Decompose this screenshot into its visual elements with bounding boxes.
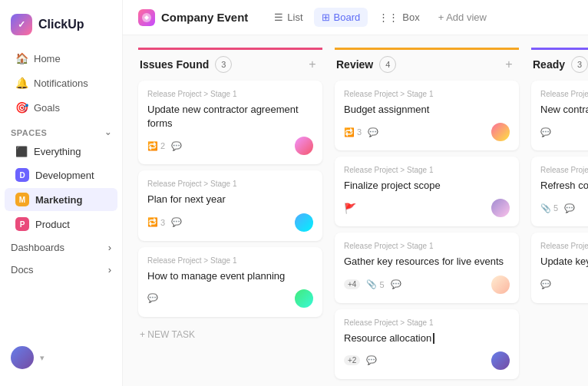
card-title: Finalize project scope [344, 179, 510, 193]
card-resource-allocation[interactable]: Release Project > Stage 1 Resource alloc… [335, 309, 519, 379]
issues-add-button[interactable]: + [304, 56, 321, 73]
column-title-review: Review 4 [336, 56, 396, 73]
comment-icon: 💬 [564, 203, 575, 213]
column-header-review: Review 4 + [335, 48, 519, 81]
card-finalize-scope[interactable]: Release Project > Stage 1 Finalize proje… [335, 157, 519, 226]
card-breadcrumb: Release Project > Stage 1 [147, 180, 313, 188]
card-meta: 🔁 2 💬 [147, 141, 182, 151]
card-plan-next-year[interactable]: Release Project > Stage 1 Plan for next … [138, 170, 322, 240]
sidebar-bottom: ▾ [0, 338, 122, 377]
task-icon: 🔁 [147, 141, 158, 151]
goals-icon: 🎯 [15, 101, 28, 114]
review-add-button[interactable]: + [500, 56, 517, 73]
card-footer: 🔁 2 💬 [147, 137, 313, 155]
comment-icon: 💬 [540, 279, 551, 289]
docs-label: Docs [11, 264, 34, 275]
card-footer: +2 💬 [344, 351, 510, 370]
comment-icon: 💬 [540, 127, 551, 137]
review-count-badge: 4 [379, 56, 396, 73]
comment-icon: 💬 [366, 355, 377, 365]
tab-box[interactable]: ⋮⋮ Box [371, 8, 427, 27]
avatar [491, 275, 510, 294]
sidebar-item-home[interactable]: 🏠 Home [5, 47, 117, 70]
app-name: ClickUp [38, 18, 84, 31]
sidebar-logo[interactable]: ✓ ClickUp [0, 9, 122, 46]
list-icon: ☰ [274, 12, 283, 23]
attach-count: 📎 5 [366, 279, 384, 289]
avatar [295, 137, 313, 155]
product-space-icon: P [15, 217, 29, 231]
card-breadcrumb: Release Project > Stage 1 [540, 166, 588, 174]
card-footer: 💬 [147, 289, 313, 308]
comment-icon: 💬 [171, 141, 182, 151]
sidebar-item-everything[interactable]: ⬛ Everything [5, 141, 117, 162]
sidebar-notifications-label: Notifications [34, 78, 88, 89]
page-title: Company Event [161, 11, 248, 24]
card-footer: 📎 5 💬 [540, 199, 588, 217]
column-title-ready: Ready 3 [533, 56, 588, 73]
marketing-label: Marketing [35, 194, 82, 206]
board-area: Issues Found 3 + Release Project > Stage… [123, 35, 588, 386]
sidebar-item-product[interactable]: P Product [5, 213, 117, 236]
plus-badge: +2 [344, 355, 360, 365]
card-title: Refresh company website [540, 179, 588, 193]
card-title: New contractor agreement [540, 103, 588, 117]
task-count: 🔁 3 [344, 127, 362, 137]
card-title: Resource allocation [344, 332, 510, 345]
card-footer: 🚩 [344, 199, 510, 217]
user-avatar[interactable] [11, 346, 34, 369]
add-view-button[interactable]: + Add view [431, 8, 494, 27]
card-gather-resources[interactable]: Release Project > Stage 1 Gather key res… [335, 233, 519, 302]
card-footer: 🔁 3 💬 [147, 213, 313, 232]
column-header-issues: Issues Found 3 + [138, 48, 322, 81]
sidebar-item-goals[interactable]: 🎯 Goals [5, 96, 117, 119]
tab-board[interactable]: ⊞ Board [314, 8, 368, 27]
sidebar-item-marketing[interactable]: M Marketing [5, 188, 117, 211]
comment-icon: 💬 [391, 279, 401, 289]
column-issues-found: Issues Found 3 + Release Project > Stage… [138, 48, 322, 374]
card-contractor-agreement[interactable]: Release Project > Stage 1 Update new con… [138, 81, 322, 164]
board-icon: ⊞ [322, 12, 330, 23]
card-meta: 🔁 3 💬 [147, 217, 182, 227]
card-breadcrumb: Release Project > Stage 1 [344, 90, 510, 98]
sidebar-item-dashboards[interactable]: Dashboards › [0, 236, 122, 259]
card-footer: +4 📎 5 💬 [344, 275, 510, 294]
tab-list[interactable]: ☰ List [266, 8, 310, 27]
card-budget-assignment[interactable]: Release Project > Stage 1 Budget assignm… [335, 81, 519, 150]
card-breadcrumb: Release Project > Stage 1 [147, 90, 313, 98]
card-footer: 💬 [540, 123, 588, 141]
card-meta: 📎 5 💬 [540, 203, 575, 213]
sidebar-item-notifications[interactable]: 🔔 Notifications [5, 71, 117, 94]
sidebar-item-docs[interactable]: Docs › [0, 259, 122, 281]
card-breadcrumb: Release Project > Stage 1 [540, 90, 588, 98]
card-footer: 🔁 3 💬 [344, 123, 510, 141]
card-manage-event[interactable]: Release Project > Stage 1 How to manage … [138, 247, 322, 317]
development-label: Development [35, 170, 94, 181]
card-footer: 💬 [540, 275, 588, 294]
attach-count: 📎 5 [540, 203, 558, 213]
card-title: How to manage event planning [147, 269, 313, 283]
card-title: Budget assignment [344, 103, 510, 117]
card-title: Update key objectives [540, 255, 588, 269]
topbar-title-area: Company Event [138, 9, 248, 26]
card-refresh-website[interactable]: Release Project > Stage 1 Refresh compan… [531, 157, 588, 226]
card-title: Gather key resources for live events [344, 255, 510, 269]
spaces-section-header: Spaces ⌄ [0, 120, 122, 140]
attach-icon: 📎 [366, 279, 377, 289]
new-task-button[interactable]: + NEW TASK [138, 323, 322, 346]
dashboards-chevron-icon: › [108, 242, 111, 253]
spaces-collapse-icon[interactable]: ⌄ [104, 127, 112, 137]
comment-icon: 💬 [171, 217, 182, 227]
task-count: 🔁 2 [147, 141, 165, 151]
card-new-contractor[interactable]: Release Project > Stage 1 New contractor… [531, 81, 588, 150]
card-update-objectives[interactable]: Release Project > Stage 1 Update key obj… [531, 233, 588, 302]
company-event-icon [138, 9, 155, 26]
docs-chevron-icon: › [108, 264, 111, 275]
main-content: Company Event ☰ List ⊞ Board ⋮⋮ Box + Ad… [123, 0, 588, 386]
sidebar-goals-label: Goals [34, 102, 60, 114]
sidebar-item-development[interactable]: D Development [5, 163, 117, 186]
everything-label: Everything [34, 146, 81, 157]
card-breadcrumb: Release Project > Stage 1 [344, 318, 510, 327]
user-menu-icon[interactable]: ▾ [40, 353, 45, 363]
column-review: Review 4 + Release Project > Stage 1 Bud… [335, 48, 519, 374]
